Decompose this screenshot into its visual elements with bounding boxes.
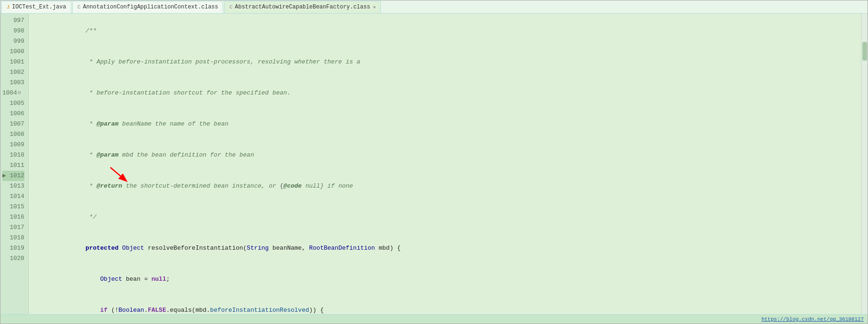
code-line-998: * Apply before-instantiation post-proces… (32, 47, 861, 78)
line-num: 1013 (2, 181, 24, 191)
line-num: 1020 (2, 253, 24, 264)
line-num: 1007 (2, 119, 24, 129)
code-line-1000: * @param beanName the name of the bean (32, 109, 861, 140)
line-num: 1002 (2, 67, 24, 78)
line-num: 997 (2, 16, 24, 26)
class-file-icon-2: C (229, 4, 232, 10)
code-line-1003: */ (32, 202, 861, 233)
line-num: 1015 (2, 202, 24, 212)
java-file-icon: J (7, 4, 10, 10)
line-num: 999 (2, 36, 24, 47)
bottom-bar-link[interactable]: https://blog.csdn.net/qq_36188127 (761, 316, 864, 322)
code-line-1002: * @return the shortcut-determined bean i… (32, 171, 861, 202)
code-line-997: /** (32, 16, 861, 47)
line-num: 1000 (2, 47, 24, 57)
line-num: 1006 (2, 109, 24, 119)
line-num: 1011 (2, 160, 24, 171)
line-num: 1017 (2, 222, 24, 233)
code-content[interactable]: /** * Apply before-instantiation post-pr… (29, 14, 861, 314)
line-num: ▶ 1012 (2, 171, 24, 181)
line-num: 1019 (2, 243, 24, 253)
code-line-999: * before-instantiation shortcut for the … (32, 78, 861, 109)
code-editor: 997 998 999 1000 1001 1002 1003 1004 ⊟ 1… (0, 14, 868, 314)
vertical-scrollbar[interactable] (861, 14, 868, 314)
code-line-1006: if (!Boolean.FALSE.equals(mbd.beforeInst… (32, 295, 861, 314)
line-num: 1004 ⊟ (2, 88, 24, 98)
line-num: 1001 (2, 57, 24, 67)
scrollbar-thumb[interactable] (862, 42, 867, 61)
tab-annotationconfig[interactable]: C AnnotationConfigApplicationContext.cla… (72, 1, 224, 13)
line-num: 1016 (2, 212, 24, 222)
tab-close-button[interactable]: ✕ (373, 4, 376, 10)
content-area: 997 998 999 1000 1001 1002 1003 1004 ⊟ 1… (0, 14, 868, 314)
tab-abstract[interactable]: C AbstractAutowireCapableBeanFactory.cla… (224, 1, 381, 13)
code-line-1005: Object bean = null; (32, 264, 861, 295)
line-num: 1008 (2, 129, 24, 140)
tab-ioctest-label: IOCTest_Ext.java (12, 4, 66, 10)
line-num: 1005 (2, 98, 24, 109)
editor-window: J IOCTest_Ext.java C AnnotationConfigApp… (0, 0, 868, 324)
tab-ioctest[interactable]: J IOCTest_Ext.java (1, 1, 71, 13)
line-num: 1018 (2, 233, 24, 243)
bottom-bar: https://blog.csdn.net/qq_36188127 (0, 314, 868, 324)
line-num: 1003 (2, 78, 24, 88)
line-num: 1009 (2, 140, 24, 150)
tab-abstract-label: AbstractAutowireCapableBeanFactory.class (235, 4, 370, 10)
tab-bar: J IOCTest_Ext.java C AnnotationConfigApp… (0, 0, 868, 14)
line-num: 998 (2, 26, 24, 36)
line-numbers: 997 998 999 1000 1001 1002 1003 1004 ⊟ 1… (0, 14, 29, 314)
tab-annotationconfig-label: AnnotationConfigApplicationContext.class (83, 4, 218, 10)
class-file-icon: C (78, 4, 81, 10)
line-num: 1010 (2, 150, 24, 160)
code-line-1004: protected Object resolveBeforeInstantiat… (32, 233, 861, 264)
code-line-1001: * @param mbd the bean definition for the… (32, 140, 861, 171)
line-num: 1014 (2, 191, 24, 202)
